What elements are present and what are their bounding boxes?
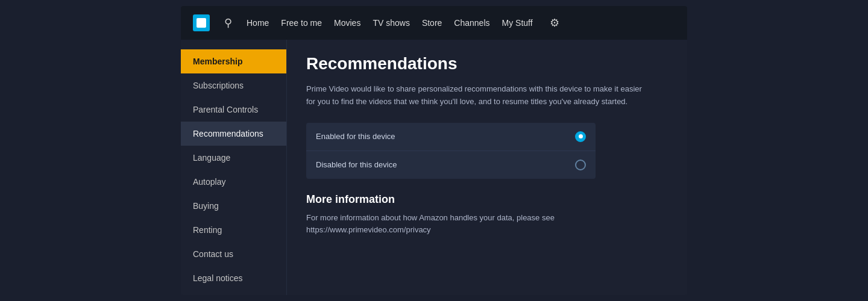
- sidebar-item-subscriptions[interactable]: Subscriptions: [181, 73, 286, 98]
- sidebar-item-autoplay[interactable]: Autoplay: [181, 170, 286, 194]
- radio-option-enabled[interactable]: Enabled for this device: [306, 123, 596, 151]
- radio-disabled-circle[interactable]: [575, 160, 586, 170]
- content-panel: Recommendations Prime Video would like t…: [286, 40, 687, 295]
- sidebar-item-language[interactable]: Language: [181, 146, 286, 170]
- recommendations-radio-group: Enabled for this device Disabled for thi…: [306, 123, 596, 179]
- sidebar: Membership Subscriptions Parental Contro…: [181, 40, 286, 295]
- content-description: Prime Video would like to share personal…: [306, 83, 644, 108]
- sidebar-item-parental-controls[interactable]: Parental Controls: [181, 98, 286, 122]
- radio-option-disabled[interactable]: Disabled for this device: [306, 151, 596, 179]
- outer-wrapper: ⚲ Home Free to me Movies TV shows Store …: [0, 0, 868, 301]
- search-icon[interactable]: ⚲: [224, 16, 232, 29]
- nav-links: Home Free to me Movies TV shows Store Ch…: [247, 18, 533, 28]
- sidebar-item-legal-notices[interactable]: Legal notices: [181, 266, 286, 290]
- sidebar-item-buying[interactable]: Buying: [181, 194, 286, 218]
- app-window: ⚲ Home Free to me Movies TV shows Store …: [181, 6, 687, 295]
- sidebar-item-recommendations[interactable]: Recommendations: [181, 122, 286, 146]
- more-info-text: For more information about how Amazon ha…: [306, 212, 608, 237]
- nav-home[interactable]: Home: [247, 18, 269, 28]
- settings-icon[interactable]: ⚙: [550, 16, 559, 29]
- nav-my-stuff[interactable]: My Stuff: [502, 18, 533, 28]
- sidebar-item-contact-us[interactable]: Contact us: [181, 242, 286, 266]
- main-content: Membership Subscriptions Parental Contro…: [181, 40, 687, 295]
- radio-enabled-circle[interactable]: [575, 131, 586, 142]
- nav-tv-shows[interactable]: TV shows: [373, 18, 409, 28]
- prime-video-logo[interactable]: [193, 14, 210, 31]
- more-info-title: More information: [306, 193, 668, 206]
- page-title: Recommendations: [306, 54, 668, 73]
- sidebar-item-renting[interactable]: Renting: [181, 218, 286, 242]
- nav-store[interactable]: Store: [422, 18, 442, 28]
- top-nav: ⚲ Home Free to me Movies TV shows Store …: [181, 6, 687, 40]
- nav-channels[interactable]: Channels: [454, 18, 489, 28]
- radio-disabled-label: Disabled for this device: [316, 160, 397, 169]
- more-info-section: More information For more information ab…: [306, 193, 668, 237]
- nav-movies[interactable]: Movies: [334, 18, 360, 28]
- sidebar-item-membership[interactable]: Membership: [181, 49, 286, 73]
- radio-enabled-label: Enabled for this device: [316, 132, 395, 141]
- nav-free-to-me[interactable]: Free to me: [281, 18, 322, 28]
